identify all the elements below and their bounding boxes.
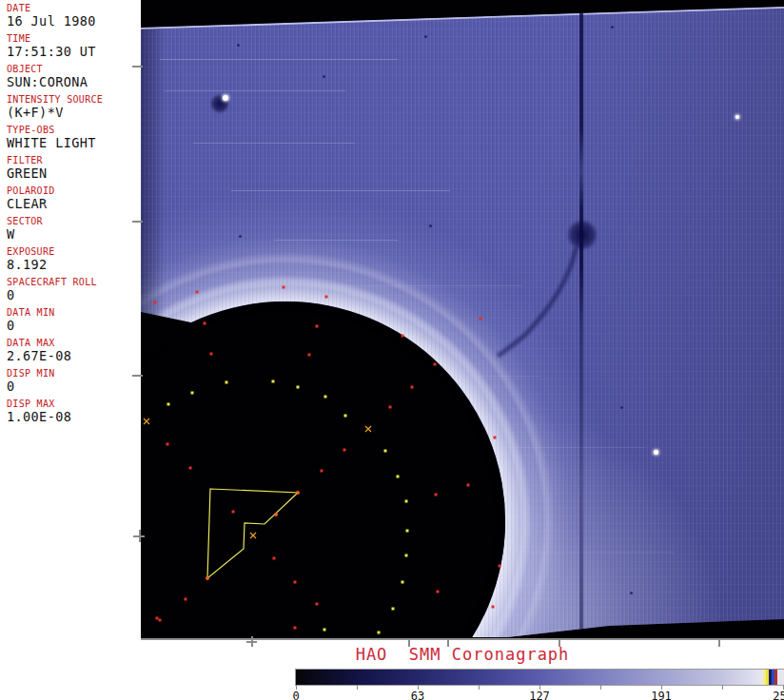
screen: DATE16 Jul 1980TIME17:51:30 UTOBJECTSUN:…	[0, 0, 784, 700]
yellow-fiducial-dot	[191, 392, 194, 395]
image-title: HAO SMM Coronagraph	[141, 645, 784, 664]
red-fiducial-dot	[467, 484, 470, 487]
left-edge-tick	[132, 375, 143, 377]
yellow-fiducial-dot	[378, 632, 381, 634]
field-value: 1.00E-08	[7, 410, 138, 424]
field-value: (K+F)*V	[7, 106, 138, 120]
yellow-fiducial-dot	[297, 386, 300, 389]
field-value: SUN:CORONA	[7, 75, 138, 89]
yellow-fiducial-dot	[392, 608, 395, 611]
yellow-fiducial-dot	[323, 629, 326, 632]
metadata-field: DISP MAX1.00E-08	[7, 398, 138, 424]
yellow-fiducial-dot	[272, 380, 275, 383]
field-value: 0	[7, 288, 138, 302]
field-value: WHITE LIGHT	[7, 136, 138, 150]
yellow-fiducial-dot	[167, 403, 170, 406]
field-value: 8.192	[7, 258, 138, 272]
polygon-vertex-dot	[296, 491, 300, 495]
yellow-fiducial-dot	[405, 554, 408, 557]
bottom-plus-tick	[251, 636, 253, 647]
metadata-field: DISP MIN0	[7, 367, 138, 394]
bottom-edge-tick	[718, 639, 720, 647]
red-fiducial-dot	[316, 603, 319, 606]
red-fiducial-dot	[389, 406, 392, 409]
red-fiducial-dot	[159, 619, 162, 622]
yellow-polygon	[207, 489, 298, 578]
colorbar-tick-label: 63	[411, 690, 424, 700]
colorbar-tick-label: 191	[651, 690, 672, 700]
x-marker	[250, 533, 256, 538]
field-label: DATA MIN	[7, 306, 138, 319]
red-fiducial-dot	[402, 335, 404, 338]
yellow-fiducial-dot	[406, 530, 409, 533]
metadata-field: EXPOSURE8.192	[7, 245, 138, 272]
x-marker	[144, 418, 149, 424]
metadata-field: DATA MIN0	[7, 306, 138, 333]
field-value: 2.67E-08	[7, 349, 138, 363]
yellow-fiducial-dot	[344, 415, 347, 418]
red-fiducial-dot	[189, 467, 192, 470]
yellow-fiducial-dot	[324, 396, 327, 399]
metadata-field: OBJECTSUN:CORONA	[7, 63, 138, 89]
metadata-field: FILTERGREEN	[7, 154, 138, 181]
metadata-field: SECTORW	[7, 215, 138, 242]
red-fiducial-dot	[294, 581, 297, 584]
red-fiducial-dot	[494, 437, 497, 439]
yellow-fiducial-dot	[402, 581, 404, 584]
red-fiducial-dot	[325, 296, 328, 299]
red-fiducial-dot	[437, 591, 440, 593]
field-value: GREEN	[7, 166, 138, 181]
field-value: W	[7, 227, 138, 242]
polygon-vertex-dot	[206, 576, 209, 580]
fiducial-marker-overlay	[141, 0, 784, 638]
red-fiducial-dot	[283, 286, 285, 289]
red-fiducial-dot	[499, 565, 501, 568]
polygon-vertex-dot	[274, 513, 278, 516]
left-edge-tick	[132, 66, 143, 68]
yellow-fiducial-dot	[397, 476, 400, 478]
field-value: CLEAR	[7, 197, 138, 211]
metadata-field: INTENSITY SOURCE(K+F)*V	[7, 93, 138, 120]
bottom-edge-tick	[559, 639, 560, 647]
metadata-field: TIME17:51:30 UT	[7, 32, 138, 59]
metadata-sidebar: DATE16 Jul 1980TIME17:51:30 UTOBJECTSUN:…	[0, 0, 139, 640]
yellow-fiducial-dot	[405, 500, 408, 503]
yellow-fiducial-dot	[225, 381, 228, 384]
field-label: DISP MIN	[7, 367, 138, 379]
red-fiducial-dot	[154, 301, 157, 304]
coronagraph-image	[141, 0, 784, 640]
metadata-field: SPACECRAFT ROLL0	[7, 276, 138, 302]
red-fiducial-dot	[273, 557, 276, 560]
red-fiducial-dot	[196, 291, 199, 294]
x-marker	[365, 426, 371, 432]
left-edge-tick	[132, 221, 143, 223]
field-value: 0	[7, 319, 138, 333]
bottom-edge-tick	[408, 639, 410, 647]
bottom-edge-tick	[447, 639, 449, 647]
red-fiducial-dot	[167, 443, 169, 446]
metadata-field: POLAROIDCLEAR	[7, 185, 138, 211]
red-fiducial-dot	[343, 449, 346, 452]
metadata-field: TYPE-OBSWHITE LIGHT	[7, 124, 138, 150]
red-fiducial-dot	[204, 322, 206, 325]
footer: HAO SMM Coronagraph 063127191255	[141, 640, 784, 700]
red-fiducial-dot	[185, 598, 187, 601]
field-value: 16 Jul 1980	[7, 14, 138, 29]
red-fiducial-dot	[492, 606, 495, 609]
red-fiducial-dot	[321, 470, 323, 473]
red-fiducial-dot	[210, 353, 213, 356]
red-fiducial-dot	[480, 318, 482, 321]
colorbar-labels: 063127191255	[296, 690, 784, 700]
red-fiducial-dot	[308, 354, 311, 357]
red-fiducial-dot	[156, 617, 159, 620]
colorbar-tick-label: 127	[529, 690, 550, 700]
metadata-field: DATE16 Jul 1980	[7, 2, 138, 29]
colorbar-tick-label: 255	[773, 690, 784, 700]
red-fiducial-dot	[435, 494, 438, 496]
field-label: SECTOR	[7, 215, 138, 227]
metadata-field-list: DATE16 Jul 1980TIME17:51:30 UTOBJECTSUN:…	[7, 2, 138, 428]
left-plus-tick	[139, 530, 141, 542]
red-fiducial-dot	[411, 386, 414, 389]
red-fiducial-dot	[294, 627, 297, 630]
yellow-fiducial-dot	[384, 450, 387, 453]
